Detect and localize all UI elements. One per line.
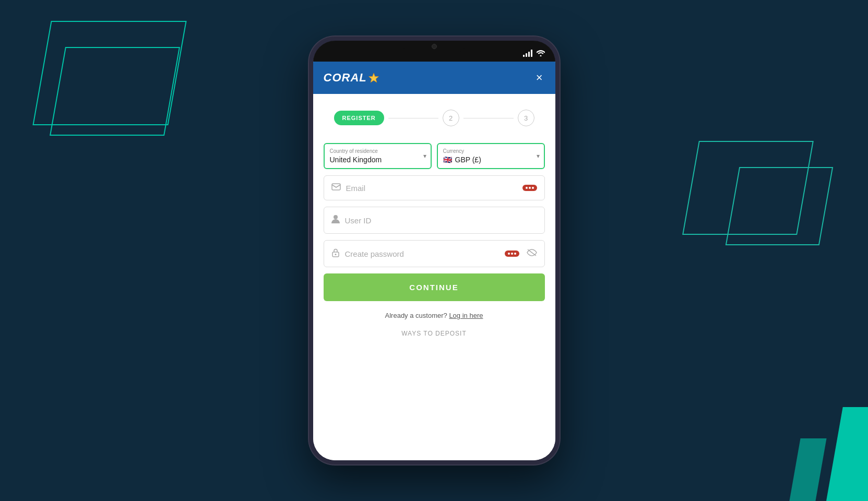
step-line-2 — [463, 118, 514, 118]
front-camera — [432, 44, 437, 49]
password-field[interactable]: Create password — [324, 240, 545, 267]
close-button[interactable]: × — [534, 70, 545, 86]
step-1-register[interactable]: REGISTER — [334, 111, 384, 125]
currency-text: GBP (£) — [455, 156, 481, 164]
steps-indicator: REGISTER 2 3 — [324, 99, 545, 137]
pwd-badge-dot-2 — [511, 253, 513, 255]
pwd-badge-dot-3 — [514, 253, 516, 255]
bg-decorative-shape-1 — [32, 21, 186, 125]
currency-label: Currency — [443, 148, 539, 154]
password-error-badge — [505, 250, 519, 257]
email-icon — [331, 183, 341, 193]
form-container: REGISTER 2 3 Country of residence United… — [313, 94, 555, 460]
already-customer-text: Already a customer? Log in here — [324, 307, 545, 324]
country-currency-row: Country of residence United Kingdom ▾ Cu… — [324, 143, 545, 169]
phone-notch — [403, 41, 466, 52]
bg-teal-fill-2 — [789, 438, 826, 501]
status-bar — [313, 41, 555, 62]
logo-text: CORAL — [324, 71, 367, 85]
lock-icon — [331, 248, 340, 259]
user-id-placeholder: User ID — [345, 216, 537, 225]
email-error-badge — [522, 185, 537, 191]
uk-flag-icon: 🇬🇧 — [443, 156, 452, 164]
password-placeholder: Create password — [345, 249, 500, 258]
user-id-field[interactable]: User ID — [324, 207, 545, 234]
svg-rect-2 — [332, 184, 340, 190]
bg-decorative-shape-2 — [50, 47, 180, 136]
user-icon — [331, 214, 340, 226]
pwd-badge-dot-1 — [508, 253, 510, 255]
phone-device: CORAL × REGISTER 2 3 — [309, 37, 560, 464]
badge-dot-2 — [529, 187, 531, 189]
app-content: CORAL × REGISTER 2 3 — [313, 62, 555, 460]
coral-logo: CORAL — [324, 71, 379, 85]
country-label: Country of residence — [330, 148, 425, 154]
signal-icon — [523, 50, 532, 57]
ways-to-deposit-label: WAYS TO DEPOSIT — [324, 330, 545, 342]
email-placeholder: Email — [346, 184, 517, 193]
country-chevron-icon: ▾ — [423, 152, 426, 160]
badge-dot-3 — [532, 187, 534, 189]
svg-point-5 — [335, 254, 336, 255]
bg-decorative-shape-4 — [726, 167, 833, 245]
bg-teal-fill-1 — [826, 407, 868, 501]
currency-select[interactable]: Currency 🇬🇧 GBP (£) ▾ — [437, 143, 545, 169]
badge-dot-1 — [526, 187, 528, 189]
country-value: United Kingdom — [330, 156, 425, 164]
currency-value: 🇬🇧 GBP (£) — [443, 156, 539, 164]
svg-point-3 — [334, 215, 338, 219]
email-field[interactable]: Email — [324, 175, 545, 200]
phone-frame: CORAL × REGISTER 2 3 — [309, 37, 560, 464]
country-select[interactable]: Country of residence United Kingdom ▾ — [324, 143, 432, 169]
currency-chevron-icon: ▾ — [537, 152, 540, 160]
bg-decorative-shape-3 — [682, 141, 814, 235]
step-2-circle[interactable]: 2 — [443, 110, 459, 126]
login-here-link[interactable]: Log in here — [449, 312, 483, 319]
app-header: CORAL × — [313, 62, 555, 94]
logo-star-icon — [368, 73, 379, 83]
visibility-toggle-icon[interactable] — [527, 248, 537, 259]
step-line-1 — [388, 118, 438, 118]
svg-marker-1 — [370, 74, 378, 82]
wifi-icon — [537, 50, 545, 56]
step-3-circle[interactable]: 3 — [518, 110, 534, 126]
continue-button[interactable]: CONTINUE — [324, 273, 545, 301]
already-customer-label: Already a customer? — [385, 312, 447, 319]
